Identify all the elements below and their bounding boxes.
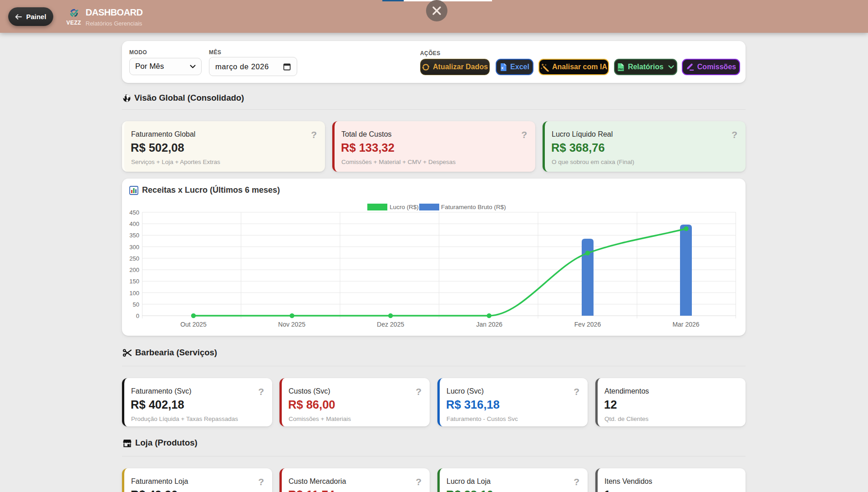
svg-text:350: 350 <box>129 232 139 239</box>
svg-text:150: 150 <box>129 278 139 285</box>
svg-text:100: 100 <box>129 290 139 297</box>
svg-text:Nov 2025: Nov 2025 <box>278 321 305 328</box>
svg-text:Out 2025: Out 2025 <box>180 321 207 328</box>
svg-text:Dez 2025: Dez 2025 <box>377 321 404 328</box>
svg-text:50: 50 <box>133 301 139 308</box>
svg-text:200: 200 <box>129 266 139 273</box>
svg-text:450: 450 <box>129 209 139 216</box>
svg-text:Faturamento Bruto (R$): Faturamento Bruto (R$) <box>441 204 506 210</box>
svg-text:0: 0 <box>136 313 139 319</box>
svg-text:Lucro (R$): Lucro (R$) <box>390 204 419 210</box>
svg-text:Fev 2026: Fev 2026 <box>574 321 601 328</box>
svg-text:Mar 2026: Mar 2026 <box>672 321 699 328</box>
svg-text:PNG: PNG <box>619 67 624 70</box>
svg-text:300: 300 <box>129 244 139 251</box>
svg-text:Jan 2026: Jan 2026 <box>476 321 503 328</box>
svg-text:250: 250 <box>129 255 139 262</box>
svg-text:x: x <box>501 66 503 70</box>
svg-text:400: 400 <box>129 220 139 227</box>
